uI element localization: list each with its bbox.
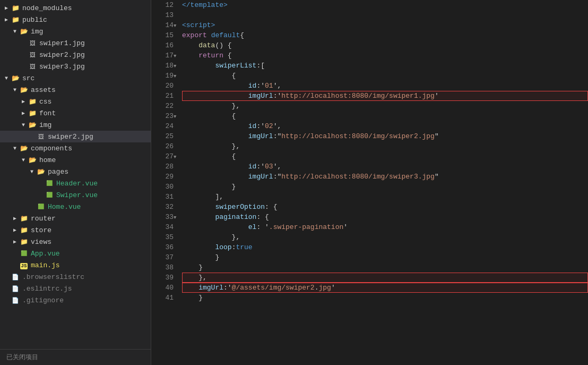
code-line[interactable]: } <box>182 262 588 273</box>
code-line[interactable]: } <box>182 252 588 262</box>
token: imgUrl <box>182 91 273 101</box>
token: loop <box>182 242 232 252</box>
code-line[interactable]: swiperOption: { <box>182 202 588 212</box>
token: imgUrl <box>182 172 273 182</box>
tree-item-label: src <box>22 74 34 82</box>
tree-item-public[interactable]: ▶📁public <box>0 14 151 26</box>
line-number: 26 <box>151 141 174 151</box>
code-line[interactable]: }, <box>182 273 588 283</box>
close-project[interactable]: 已关闭项目 <box>0 349 151 365</box>
chevron-icon: ▼ <box>28 169 36 175</box>
tree-item-swiper2jpg-src[interactable]: 🖼swiper2.jpg <box>0 131 151 142</box>
file-tree: ▶📁node_modules▶📁public▼📂img🖼swiper1.jpg🖼… <box>0 0 151 349</box>
token: " <box>435 131 439 141</box>
tree-item-font[interactable]: ▶📁font <box>0 107 151 119</box>
file-icon: 🖼 <box>36 133 46 141</box>
tree-item-img-src[interactable]: ▼📂img <box>0 119 151 131</box>
tree-item-home-vue[interactable]: 🟩Home.vue <box>0 201 151 213</box>
code-line[interactable]: loop:true <box>182 242 588 252</box>
code-line[interactable]: }, <box>182 141 588 151</box>
token: }, <box>182 273 207 283</box>
collapse-arrow-icon[interactable]: ▼ <box>174 213 181 220</box>
tree-item-swiper2jpg[interactable]: 🖼swiper2.jpg <box>0 49 151 61</box>
tree-item-label: swiper2.jpg <box>48 133 93 141</box>
collapse-arrow-icon[interactable]: ▼ <box>174 152 181 160</box>
token: ', <box>273 121 282 131</box>
collapse-arrow-icon[interactable]: ▼ <box>174 62 181 69</box>
token: 01 <box>265 81 273 91</box>
file-icon: 📂 <box>19 86 29 94</box>
token: 03 <box>265 162 273 172</box>
token: " <box>435 172 439 182</box>
token: } <box>182 182 236 192</box>
tree-item-components[interactable]: ▼📂components <box>0 142 151 154</box>
code-line[interactable]: ▼ { <box>182 151 588 162</box>
code-lines[interactable]: </template>▼<script>export default{ data… <box>178 0 588 365</box>
code-line[interactable]: el: '.swiper-pagination' <box>182 222 588 232</box>
tree-item-store[interactable]: ▶📁store <box>0 224 151 236</box>
code-line[interactable]: }, <box>182 101 588 111</box>
file-icon: 📂 <box>28 121 37 129</box>
tree-item-router[interactable]: ▶📁router <box>0 213 151 224</box>
line-number: 34 <box>151 222 174 232</box>
collapse-arrow-icon[interactable]: ▼ <box>174 112 181 120</box>
file-icon: 🟩 <box>19 250 29 257</box>
line-number: 36 <box>151 242 174 252</box>
file-icon: 🖼 <box>28 51 37 59</box>
tree-item-src[interactable]: ▼📂src <box>0 72 151 84</box>
code-line[interactable]: ▼ swiperList:[ <box>182 61 588 71</box>
code-line[interactable]: ▼ pagination: { <box>182 212 588 222</box>
tree-item-eslintrc-js[interactable]: 📄.eslintrc.js <box>0 283 151 294</box>
chevron-icon: ▼ <box>2 75 11 81</box>
collapse-arrow-icon[interactable]: ▼ <box>174 21 181 29</box>
line-number: 28 <box>151 162 174 172</box>
line-number: 30 <box>151 182 174 192</box>
token: http://localhost:8080/img/swiper1.jpg <box>281 91 435 101</box>
token: <script> <box>182 20 215 30</box>
token: ' <box>331 283 335 293</box>
code-line[interactable]: }, <box>182 232 588 242</box>
code-line[interactable]: ], <box>182 192 588 202</box>
code-line[interactable]: } <box>182 182 588 192</box>
code-line[interactable]: ▼ { <box>182 71 588 81</box>
code-line[interactable]: id:'02', <box>182 121 588 131</box>
tree-item-node_modules[interactable]: ▶📁node_modules <box>0 2 151 14</box>
code-line[interactable]: id:'01', <box>182 81 588 91</box>
tree-item-header-vue[interactable]: 🟩Header.vue <box>0 177 151 189</box>
tree-item-home[interactable]: ▼📂home <box>0 154 151 166</box>
tree-item-swiper3jpg[interactable]: 🖼swiper3.jpg <box>0 61 151 72</box>
tree-item-main-js[interactable]: JSmain.js <box>0 259 151 271</box>
code-line[interactable]: ▼ { <box>182 111 588 121</box>
tree-item-label: .gitignore <box>22 296 64 304</box>
file-icon: 📂 <box>11 74 20 82</box>
tree-item-img-public[interactable]: ▼📂img <box>0 26 151 37</box>
tree-item-css[interactable]: ▶📁css <box>0 96 151 107</box>
chevron-icon: ▶ <box>11 227 19 233</box>
code-line[interactable]: export default{ <box>182 30 588 40</box>
tree-item-gitignore[interactable]: 📄.gitignore <box>0 294 151 306</box>
code-line[interactable]: imgUrl:'http://localhost:8080/img/swiper… <box>182 91 588 101</box>
code-line[interactable]: ▼ return { <box>182 50 588 61</box>
tree-item-label: assets <box>31 86 56 94</box>
code-line[interactable]: imgUrl:'@/assets/img/swiper2.jpg' <box>182 283 588 293</box>
token: true <box>236 242 252 252</box>
tree-item-pages[interactable]: ▼📂pages <box>0 166 151 177</box>
tree-item-app-vue[interactable]: 🟩App.vue <box>0 248 151 259</box>
code-line[interactable]: data() { <box>182 40 588 50</box>
tree-item-label: views <box>31 238 51 246</box>
tree-item-label: public <box>22 16 47 24</box>
tree-item-swiper-vue[interactable]: 🟩Swiper.vue <box>0 189 151 201</box>
code-line[interactable]: } <box>182 293 588 303</box>
code-line[interactable] <box>182 10 588 20</box>
code-line[interactable]: id:'03', <box>182 162 588 172</box>
collapse-arrow-icon[interactable]: ▼ <box>174 72 181 79</box>
collapse-arrow-icon[interactable]: ▼ <box>174 52 181 59</box>
code-line[interactable]: </template> <box>182 0 588 10</box>
code-line[interactable]: imgUrl:"http://localhost:8080/img/swiper… <box>182 131 588 141</box>
tree-item-views[interactable]: ▶📁views <box>0 236 151 248</box>
code-line[interactable]: ▼<script> <box>182 20 588 30</box>
code-line[interactable]: imgUrl:"http://localhost:8080/img/swiper… <box>182 172 588 182</box>
tree-item-assets[interactable]: ▼📂assets <box>0 84 151 96</box>
tree-item-browserslistrc[interactable]: 📄.browserslistrc <box>0 271 151 283</box>
tree-item-swiper1jpg[interactable]: 🖼swiper1.jpg <box>0 37 151 49</box>
